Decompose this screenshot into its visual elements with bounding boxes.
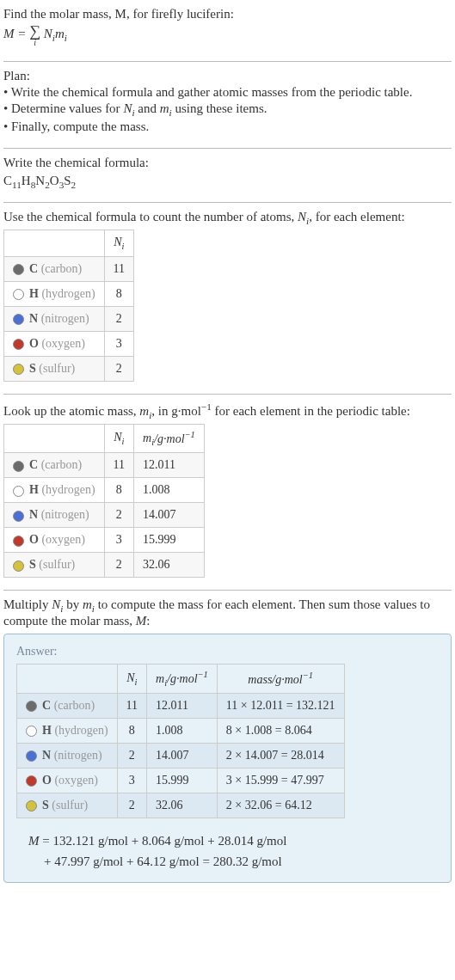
table-row: C (carbon) 11 12.011 xyxy=(4,453,205,478)
lookup-intro: Look up the atomic mass, mi, in g·mol−1 … xyxy=(3,401,452,420)
answer-label: Answer: xyxy=(16,645,439,658)
table-row: O (oxygen) 3 15.999 3 × 15.999 = 47.997 xyxy=(17,768,345,793)
table-row: S (sulfur) 2 32.06 2 × 32.06 = 64.12 xyxy=(17,793,345,818)
header-blank xyxy=(4,230,105,257)
swatch-icon xyxy=(26,775,37,787)
plan-bullet-1: • Write the chemical formula and gather … xyxy=(3,85,452,100)
swatch-icon xyxy=(13,314,24,325)
swatch-icon xyxy=(26,800,37,812)
answer-section: Multiply Ni by mi to compute the mass fo… xyxy=(3,594,452,891)
table-row: C (carbon) 11 xyxy=(4,256,134,281)
plan-title: Plan: xyxy=(3,69,452,83)
swatch-icon xyxy=(13,339,24,350)
chemical-formula-section: Write the chemical formula: C11H8N2O3S2 xyxy=(3,152,452,199)
swatch-icon xyxy=(13,511,24,522)
divider xyxy=(3,394,452,395)
swatch-icon xyxy=(13,264,24,275)
swatch-icon xyxy=(13,364,24,375)
table-row: S (sulfur) 2 xyxy=(4,356,134,381)
divider xyxy=(3,61,452,62)
answer-table: Ni mi/g·mol−1 mass/g·mol−1 C (carbon) 11… xyxy=(16,664,345,818)
multiply-intro: Multiply Ni by mi to compute the mass fo… xyxy=(3,597,452,628)
plan-bullet-2: • Determine values for Ni and mi using t… xyxy=(3,101,452,118)
count-table: Ni C (carbon) 11 H (hydrogen) 8 N (nitro… xyxy=(3,230,134,382)
table-row: N (nitrogen) 2 14.007 2 × 14.007 = 28.01… xyxy=(17,743,345,768)
swatch-icon xyxy=(26,701,37,712)
table-row: C (carbon) 11 12.011 11 × 12.011 = 132.1… xyxy=(17,693,345,718)
divider xyxy=(3,590,452,591)
table-header-row: Ni mi/g·mol−1 mass/g·mol−1 xyxy=(17,665,345,693)
table-row: H (hydrogen) 8 1.008 8 × 1.008 = 8.064 xyxy=(17,718,345,743)
swatch-icon xyxy=(26,726,37,737)
table-row: S (sulfur) 2 32.06 xyxy=(4,553,205,578)
divider xyxy=(3,202,452,203)
final-equation: M = 132.121 g/mol + 8.064 g/mol + 28.014… xyxy=(28,830,439,872)
swatch-icon xyxy=(13,289,24,300)
intro-section: Find the molar mass, M, for firefly luci… xyxy=(3,3,452,58)
chem-title: Write the chemical formula: xyxy=(3,156,452,170)
swatch-icon xyxy=(13,461,24,472)
lookup-section: Look up the atomic mass, mi, in g·mol−1 … xyxy=(3,398,452,586)
eq-left: M = xyxy=(3,27,29,40)
table-row: O (oxygen) 3 xyxy=(4,331,134,356)
swatch-icon xyxy=(13,486,24,497)
header-Ni: Ni xyxy=(104,230,133,257)
divider xyxy=(3,148,452,149)
sigma-icon: ∑ i xyxy=(29,23,40,47)
intro-text: Find the molar mass, M, for firefly luci… xyxy=(3,7,452,21)
count-section: Use the chemical formula to count the nu… xyxy=(3,206,452,390)
swatch-icon xyxy=(13,560,24,572)
plan-bullet-3: • Finally, compute the mass. xyxy=(3,119,452,134)
molar-mass-equation: M = ∑ i Nimi xyxy=(3,23,452,47)
swatch-icon xyxy=(13,536,24,547)
table-header-row: Ni mi/g·mol−1 xyxy=(4,424,205,452)
table-row: N (nitrogen) 2 14.007 xyxy=(4,503,205,528)
table-header-row: Ni xyxy=(4,230,134,257)
count-intro: Use the chemical formula to count the nu… xyxy=(3,210,452,226)
table-row: H (hydrogen) 8 xyxy=(4,281,134,306)
eq-right: Nimi xyxy=(44,27,67,40)
table-row: N (nitrogen) 2 xyxy=(4,306,134,331)
swatch-icon xyxy=(26,750,37,762)
answer-box: Answer: Ni mi/g·mol−1 mass/g·mol−1 C (ca… xyxy=(3,634,452,882)
table-row: H (hydrogen) 8 1.008 xyxy=(4,478,205,503)
lookup-table: Ni mi/g·mol−1 C (carbon) 11 12.011 H (hy… xyxy=(3,424,205,578)
table-row: O (oxygen) 3 15.999 xyxy=(4,528,205,553)
chemical-formula: C11H8N2O3S2 xyxy=(3,174,452,190)
plan-section: Plan: • Write the chemical formula and g… xyxy=(3,65,452,144)
